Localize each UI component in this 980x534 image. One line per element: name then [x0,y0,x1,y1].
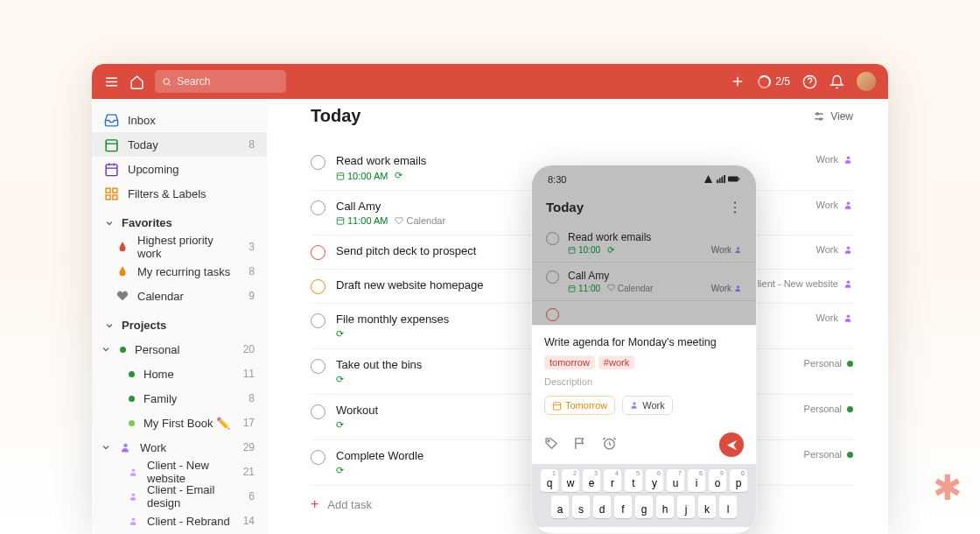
svg-point-24 [816,112,818,114]
sidebar-today[interactable]: Today 8 [92,132,267,157]
svg-rect-27 [337,172,344,179]
keyboard-key[interactable]: 3e [583,469,600,492]
task-checkbox[interactable] [311,279,326,294]
phone-status-bar: 8:30 [532,165,756,193]
phone-more-icon[interactable]: ⋯ [727,200,744,214]
sidebar-project-client-email[interactable]: Client - Email design 6 [92,484,267,509]
task-checkbox[interactable] [311,359,326,374]
svg-rect-40 [728,176,738,181]
keyboard-key[interactable]: a [551,495,569,518]
task-project[interactable]: Client - New website [751,278,853,289]
svg-rect-16 [113,188,117,193]
svg-rect-39 [724,174,725,182]
pill-work[interactable]: Work [622,396,672,415]
sidebar-upcoming[interactable]: Upcoming [92,157,267,181]
svg-point-50 [634,402,636,404]
task-project[interactable]: Personal [804,404,853,414]
alarm-icon[interactable] [602,436,617,454]
menu-icon[interactable] [104,74,119,89]
task-checkbox[interactable] [311,245,326,260]
sidebar-project-family[interactable]: Family 8 [92,386,267,411]
svg-rect-41 [738,178,739,179]
phone-keyboard[interactable]: 1q2w3e4r5t6y7u8i9o0p asdfghjkl [532,464,756,527]
task-project[interactable]: Work [816,313,853,323]
keyboard-key[interactable]: h [656,495,674,518]
keyboard-key[interactable]: 7u [667,469,684,492]
decorative-star: ✱ [933,467,962,508]
svg-point-34 [847,280,850,284]
task-checkbox[interactable] [311,200,326,215]
task-checkbox[interactable] [311,313,326,328]
chip-tomorrow[interactable]: tomorrow [544,355,595,369]
svg-point-29 [847,156,850,159]
sidebar-fav-1[interactable]: My recurring tasks 8 [92,259,267,284]
compose-description[interactable]: Description [544,376,744,387]
task-checkbox[interactable] [311,404,326,419]
svg-point-22 [132,517,136,521]
flag-icon[interactable] [573,436,588,454]
productivity-indicator[interactable]: 2/5 [758,75,790,88]
sidebar-project-home[interactable]: Home 11 [92,362,267,386]
keyboard-key[interactable]: f [614,495,632,518]
keyboard-key[interactable]: 8i [688,469,705,492]
help-icon[interactable] [802,74,817,89]
avatar[interactable] [857,72,876,91]
chip-work[interactable]: #work [598,355,634,369]
phone-task-row[interactable]: Read work emails 10:00⟳Work [532,224,756,263]
svg-line-4 [169,83,171,85]
keyboard-key[interactable]: 9o [709,469,726,492]
svg-rect-15 [106,188,110,193]
add-icon[interactable] [730,74,746,89]
svg-rect-36 [717,179,718,183]
keyboard-key[interactable]: 4r [604,469,621,492]
task-project[interactable]: Work [816,154,853,165]
keyboard-key[interactable]: 6y [646,469,663,492]
sidebar-project-personal[interactable]: Personal 20 [92,337,267,362]
svg-point-47 [737,285,739,288]
svg-point-44 [737,247,739,249]
keyboard-key[interactable]: l [719,495,737,518]
keyboard-key[interactable]: 1q [541,469,558,492]
sidebar-project-client-web[interactable]: Client - New website 21 [92,460,267,484]
sidebar-project-work[interactable]: Work 29 [92,435,267,460]
svg-point-20 [132,468,136,472]
topbar: 2/5 [92,64,888,99]
keyboard-key[interactable]: s [572,495,590,518]
sidebar-filters[interactable]: Filters & Labels [92,181,267,206]
keyboard-key[interactable]: 2w [562,469,579,492]
svg-rect-38 [721,176,723,182]
sidebar-project-book[interactable]: My First Book ✏️ 17 [92,411,267,435]
view-button[interactable]: View [813,110,853,123]
label-icon[interactable] [544,436,559,454]
keyboard-key[interactable]: g [635,495,653,518]
task-project[interactable]: Work [816,200,853,210]
task-project[interactable]: Personal [804,358,853,369]
svg-rect-17 [113,194,117,199]
sidebar-project-client-rebrand[interactable]: Client - Rebrand 14 [92,509,267,533]
home-icon[interactable] [130,74,144,89]
bell-icon[interactable] [830,74,844,89]
keyboard-key[interactable]: 5t [625,469,642,492]
keyboard-key[interactable]: j [677,495,695,518]
sidebar-favorites-header[interactable]: Favorites [92,211,267,235]
sidebar-projects-header[interactable]: Projects [92,313,267,337]
send-button[interactable] [719,432,744,457]
task-project[interactable]: Personal [804,449,853,460]
search-input[interactable] [155,70,286,93]
task-checkbox[interactable] [311,450,326,465]
phone-task-row[interactable]: Call Amy 11:00 CalendarWork [532,263,756,301]
svg-rect-9 [106,139,117,151]
svg-point-19 [123,443,127,446]
svg-rect-18 [106,194,110,199]
keyboard-key[interactable]: d [593,495,611,518]
task-checkbox[interactable] [311,155,326,170]
compose-title[interactable]: Write agenda for Monday's meeting [544,336,744,348]
pill-tomorrow[interactable]: Tomorrow [544,396,615,415]
svg-rect-48 [553,402,560,409]
task-project[interactable]: Work [816,244,853,255]
sidebar-inbox[interactable]: Inbox [92,108,267,132]
sidebar-fav-2[interactable]: Calendar 9 [92,284,267,308]
keyboard-key[interactable]: 0p [730,469,747,492]
sidebar-fav-0[interactable]: Highest priority work 3 [92,235,267,259]
keyboard-key[interactable]: k [698,495,716,518]
